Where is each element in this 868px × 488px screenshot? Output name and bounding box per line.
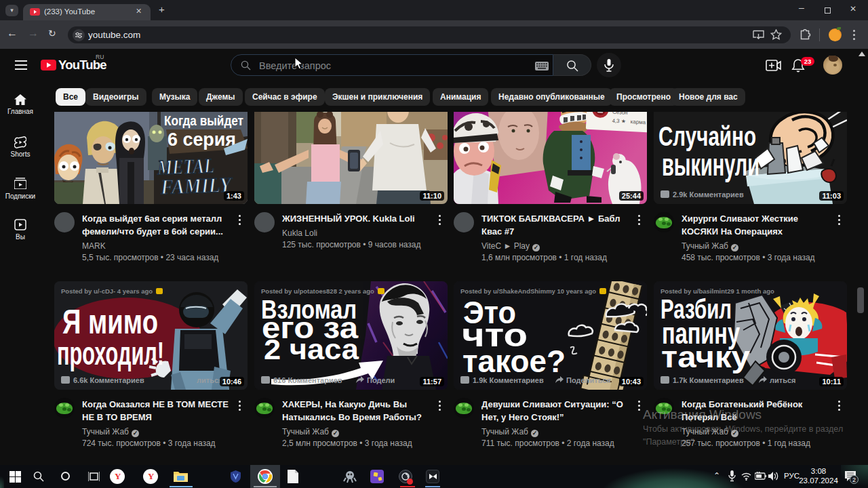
svg-text:2 часа: 2 часа [264,333,359,365]
svg-text:тачку: тачку [661,340,751,373]
svg-text:проходил!: проходил! [57,336,164,371]
svg-text:6 серия: 6 серия [167,129,236,150]
svg-text:FAMILY: FAMILY [160,173,234,199]
svg-text:такое?: такое? [462,344,566,379]
svg-text:выкинули: выкинули [662,147,760,182]
svg-text:Когда выйдет: Когда выйдет [164,113,243,128]
